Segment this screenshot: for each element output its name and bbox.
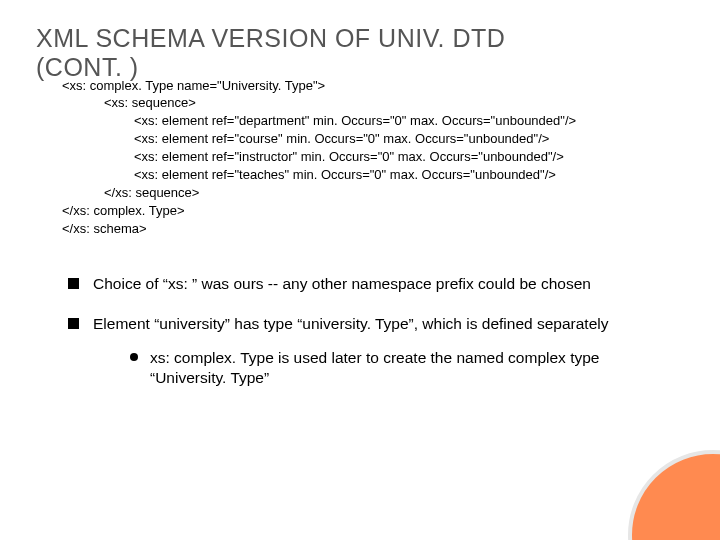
code-line: </xs: schema> <box>62 220 684 238</box>
bullet-list: Choice of “xs: ” was ours -- any other n… <box>68 274 648 389</box>
code-line: <xs: element ref="instructor" min. Occur… <box>62 148 684 166</box>
square-bullet-icon <box>68 278 79 289</box>
code-line: <xs: sequence> <box>62 94 684 112</box>
sub-bullet-text: xs: complex. Type is used later to creat… <box>150 348 648 388</box>
code-line: <xs: element ref="course" min. Occurs="0… <box>62 130 684 148</box>
code-line: </xs: complex. Type> <box>62 202 684 220</box>
code-block: <xs: complex. Type name="University. Typ… <box>62 77 684 238</box>
list-item: Element “university” has type “universit… <box>68 314 648 334</box>
slide: XML SCHEMA VERSION OF UNIV. DTD (CONT. )… <box>0 0 720 540</box>
square-bullet-icon <box>68 318 79 329</box>
bullet-text: Choice of “xs: ” was ours -- any other n… <box>93 274 591 294</box>
code-line: <xs: element ref="teaches" min. Occurs="… <box>62 166 684 184</box>
bullet-text: Element “university” has type “universit… <box>93 314 608 334</box>
dot-bullet-icon <box>130 353 138 361</box>
title-line-1: XML SCHEMA VERSION OF UNIV. DTD <box>36 24 505 52</box>
code-line: <xs: element ref="department" min. Occur… <box>62 112 684 130</box>
list-item: Choice of “xs: ” was ours -- any other n… <box>68 274 648 294</box>
sub-list-item: xs: complex. Type is used later to creat… <box>130 348 648 388</box>
code-line: </xs: sequence> <box>62 184 684 202</box>
decorative-circle <box>628 450 720 540</box>
code-line: <xs: complex. Type name="University. Typ… <box>62 77 684 95</box>
slide-title: XML SCHEMA VERSION OF UNIV. DTD (CONT. ) <box>36 24 684 82</box>
